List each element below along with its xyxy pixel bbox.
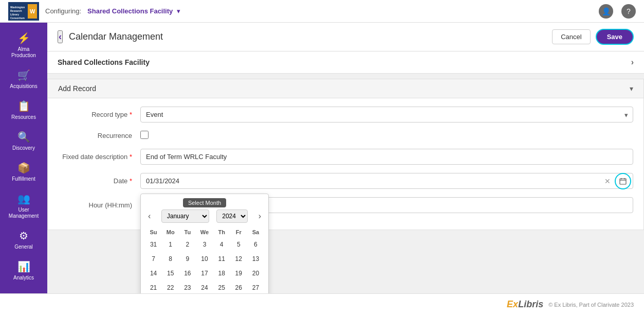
calendar-day[interactable]: 12 — [230, 252, 247, 266]
fixed-date-control — [140, 149, 633, 165]
expand-icon: › — [631, 58, 634, 67]
calendar-day[interactable]: 6 — [247, 237, 264, 252]
cal-day-th: Th — [213, 227, 230, 237]
calendar-header: ‹ January FebruaryMarchApril MayJuneJuly… — [145, 209, 264, 223]
svg-text:Library: Library — [10, 13, 19, 16]
sidebar-item-fulfillment[interactable]: 📦 Fulfillment — [0, 156, 47, 187]
hour-label: Hour (HH:mm) — [58, 201, 140, 209]
calendar-day[interactable]: 20 — [247, 266, 264, 281]
sidebar-item-discovery[interactable]: 🔍 Discovery — [0, 126, 47, 156]
calendar-day[interactable]: 2 — [179, 237, 196, 252]
date-input[interactable] — [140, 173, 633, 189]
calendar-day[interactable]: 22 — [162, 281, 179, 293]
calendar-day[interactable]: 10 — [196, 252, 213, 266]
fixed-date-label: Fixed date description * — [58, 153, 140, 161]
calendar-day[interactable]: 14 — [145, 266, 162, 281]
page-title: Calendar Management — [69, 31, 546, 42]
calendar-day[interactable]: 23 — [179, 281, 196, 293]
calendar-day[interactable]: 25 — [213, 281, 230, 293]
date-clear-button[interactable]: ✕ — [604, 177, 611, 185]
calendar-day[interactable]: 16 — [179, 266, 196, 281]
sidebar-item-label: Analytics — [13, 275, 34, 281]
svg-text:Research: Research — [10, 9, 22, 12]
sidebar-item-user-management[interactable]: 👥 User Management — [0, 187, 47, 224]
sidebar-item-label: Resources — [11, 114, 36, 120]
record-type-select[interactable]: Event — [140, 107, 633, 122]
sidebar-item-label: Discovery — [12, 145, 35, 151]
sidebar-item-general[interactable]: ⚙ General — [0, 224, 47, 255]
acquisitions-icon: 🛒 — [17, 69, 30, 81]
calendar-day[interactable]: 31 — [145, 237, 162, 252]
sidebar: ⚡ AlmaProduction 🛒 Acquisitions 📋 Resour… — [0, 23, 47, 293]
logo-box: Washington Research Library Consortium W — [8, 2, 39, 21]
top-bar-left: Washington Research Library Consortium W… — [8, 2, 180, 21]
svg-text:Washington: Washington — [10, 6, 25, 9]
calendar-day[interactable]: 24 — [196, 281, 213, 293]
cal-day-we: We — [196, 227, 213, 237]
exlibris-logo: ExLibris — [507, 299, 543, 310]
analytics-icon: 📊 — [17, 260, 30, 273]
calendar-day[interactable]: 1 — [162, 237, 179, 252]
sidebar-item-label: User Management — [4, 207, 43, 219]
calendar-day[interactable]: 19 — [230, 266, 247, 281]
top-bar-right: 👤 ? — [599, 4, 636, 19]
calendar-day[interactable]: 13 — [247, 252, 264, 266]
configuring-dropdown-icon[interactable]: ▾ — [177, 7, 180, 15]
record-type-control: Event ▾ — [140, 107, 633, 122]
date-field-wrap: ✕ — [140, 173, 633, 189]
layout: ⚡ AlmaProduction 🛒 Acquisitions 📋 Resour… — [0, 23, 644, 293]
calendar-prev-button[interactable]: ‹ — [145, 211, 154, 222]
cal-day-mo: Mo — [162, 227, 179, 237]
main-content: ‹ Calendar Management Cancel Save Shared… — [47, 23, 644, 293]
calendar-day[interactable]: 26 — [230, 281, 247, 293]
user-management-icon: 👥 — [17, 192, 30, 205]
calendar-day[interactable]: 4 — [213, 237, 230, 252]
sidebar-item-resources[interactable]: 📋 Resources — [0, 95, 47, 126]
facility-bar[interactable]: Shared Collections Facility › — [47, 51, 644, 74]
calendar-day[interactable]: 9 — [179, 252, 196, 266]
cal-day-su: Su — [145, 227, 162, 237]
calendar-day[interactable]: 21 — [145, 281, 162, 293]
calendar-day[interactable]: 8 — [162, 252, 179, 266]
calendar-day[interactable]: 5 — [230, 237, 247, 252]
sidebar-item-label: Acquisitions — [10, 83, 37, 90]
calendar-year-select[interactable]: 202220232024 20252026 — [216, 209, 248, 223]
svg-text:W: W — [30, 8, 35, 14]
help-icon[interactable]: ? — [621, 4, 636, 19]
sidebar-item-analytics[interactable]: 📊 Analytics — [0, 255, 47, 286]
sidebar-item-label: Fulfillment — [12, 176, 35, 182]
fixed-date-input[interactable] — [140, 149, 633, 165]
configuring-label: Configuring: — [45, 7, 81, 15]
add-record-label: Add Record — [58, 84, 96, 93]
sidebar-item-label: AlmaProduction — [11, 46, 36, 59]
calendar-day[interactable]: 3 — [196, 237, 213, 252]
save-button[interactable]: Save — [596, 29, 634, 45]
calendar-popup: Select Month ‹ January FebruaryMarchApri… — [140, 194, 269, 293]
cal-day-fr: Fr — [230, 227, 247, 237]
calendar-day[interactable]: 11 — [213, 252, 230, 266]
calendar-day[interactable]: 15 — [162, 266, 179, 281]
collapse-icon[interactable]: ▾ — [630, 84, 633, 93]
svg-text:Consortium: Consortium — [10, 16, 25, 20]
form-body: Record type * Event ▾ Recurrence — [48, 98, 643, 230]
date-calendar-button[interactable] — [615, 173, 631, 189]
sidebar-item-alma-production[interactable]: ⚡ AlmaProduction — [0, 27, 47, 64]
sidebar-item-acquisitions[interactable]: 🛒 Acquisitions — [0, 64, 47, 95]
back-button[interactable]: ‹ — [58, 30, 63, 43]
calendar-tooltip: Select Month — [183, 198, 226, 207]
recurrence-checkbox[interactable] — [140, 131, 149, 139]
user-icon[interactable]: 👤 — [599, 4, 613, 19]
date-label: Date * — [58, 177, 140, 185]
date-row: Date * ✕ — [58, 173, 633, 189]
sidebar-item-label: General — [14, 244, 33, 250]
cancel-button[interactable]: Cancel — [552, 29, 590, 44]
calendar-day[interactable]: 18 — [213, 266, 230, 281]
calendar-day[interactable]: 17 — [196, 266, 213, 281]
page-header: ‹ Calendar Management Cancel Save — [47, 23, 644, 51]
cal-day-sa: Sa — [247, 227, 264, 237]
calendar-day[interactable]: 27 — [247, 281, 264, 293]
calendar-day[interactable]: 7 — [145, 252, 162, 266]
calendar-month-select[interactable]: January FebruaryMarchApril MayJuneJuly A… — [161, 209, 209, 223]
footer: ExLibris © Ex Libris, Part of Clarivate … — [0, 293, 644, 315]
calendar-next-button[interactable]: › — [255, 211, 264, 222]
